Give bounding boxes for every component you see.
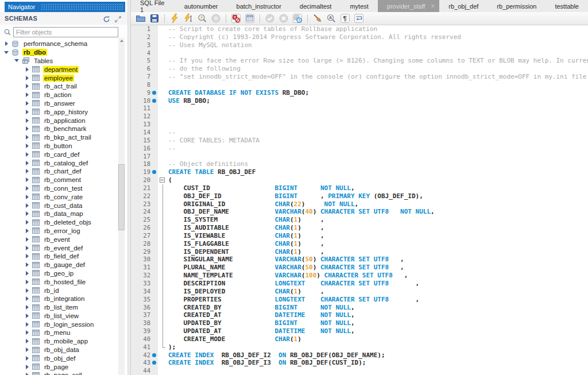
tree-item-rb-integration[interactable]: rb_integration [0, 295, 118, 303]
tree-item-rb-chart-def[interactable]: rb_chart_def [0, 167, 118, 176]
chevron-right-icon[interactable] [24, 322, 30, 327]
tree-item-rb-gauge-def[interactable]: rb_gauge_def [0, 261, 118, 269]
tab-autonumber[interactable]: autonumber [175, 0, 227, 12]
chevron-right-icon[interactable] [24, 211, 30, 216]
chevron-right-icon[interactable] [24, 84, 30, 88]
chevron-right-icon[interactable] [24, 280, 30, 284]
toggle-stop-on-error-button[interactable] [229, 13, 243, 25]
chevron-right-icon[interactable] [24, 169, 30, 173]
chevron-right-icon[interactable] [24, 203, 30, 208]
chevron-right-icon[interactable] [24, 305, 30, 310]
chevron-right-icon[interactable] [24, 271, 30, 276]
chevron-right-icon[interactable] [24, 92, 30, 97]
chevron-right-icon[interactable] [24, 118, 30, 123]
tree-item-rb-page-cell[interactable]: rb_page_cell [0, 371, 118, 375]
tree-item-rb-deleted-objs[interactable]: rb_deleted_objs [0, 218, 118, 227]
toggle-autocommit-button[interactable] [291, 13, 304, 25]
explain-button[interactable] [195, 13, 209, 25]
chevron-right-icon[interactable] [24, 195, 30, 199]
chevron-right-icon[interactable] [24, 330, 30, 335]
tree-item-rb-comment[interactable]: rb_comment [0, 176, 118, 184]
chevron-right-icon[interactable] [24, 339, 30, 343]
chevron-right-icon[interactable] [24, 186, 30, 191]
chevron-right-icon[interactable] [24, 76, 30, 80]
tree-item-rb-conv-rate[interactable]: rb_conv_rate [0, 192, 118, 201]
chevron-right-icon[interactable] [24, 67, 30, 72]
tree-item-rb-conn-test[interactable]: rb_conn_test [0, 184, 118, 193]
find-button[interactable]: A [324, 13, 338, 25]
chevron-right-icon[interactable] [24, 101, 30, 106]
tree-item-tables[interactable]: Tables [0, 57, 118, 65]
tab-batch-instructor[interactable]: batch_instructor [227, 0, 291, 12]
resize-panel-icon[interactable] [114, 15, 122, 22]
tree-scrollbar[interactable] [118, 38, 125, 375]
chevron-right-icon[interactable] [24, 347, 30, 352]
tab-provider-staff[interactable]: provider_staff× [378, 0, 439, 12]
tab-testtable[interactable]: testtable [546, 0, 588, 12]
tree-item-rb-error-log[interactable]: rb_error_log [0, 227, 118, 235]
tree-item-rb-dbo[interactable]: rb_dbo [0, 48, 118, 57]
chevron-right-icon[interactable] [24, 373, 30, 375]
chevron-right-icon[interactable] [24, 296, 30, 301]
beautify-button[interactable] [311, 13, 324, 25]
fold-marker-icon[interactable] [158, 176, 168, 184]
chevron-right-icon[interactable] [24, 144, 30, 148]
chevron-right-icon[interactable] [3, 41, 9, 46]
chevron-right-icon[interactable] [24, 246, 30, 250]
tree-item-rb-obj-def[interactable]: rb_obj_def [0, 354, 118, 362]
limit-rows-button[interactable] [243, 13, 257, 25]
tree-item-rb-mobile-app[interactable]: rb_mobile_app [0, 337, 118, 346]
chevron-right-icon[interactable] [24, 126, 30, 131]
tree-item-rb-event-def[interactable]: rb_event_def [0, 243, 118, 252]
tree-item-rb-login-session[interactable]: rb_login_session [0, 320, 118, 328]
tree-item-rb-list-view[interactable]: rb_list_view [0, 312, 118, 320]
tree-item-employee[interactable]: employee [0, 74, 118, 82]
tree-item-rb-geo-ip[interactable]: rb_geo_ip [0, 269, 118, 278]
tree-item-rb-obj-data[interactable]: rb_obj_data [0, 346, 118, 354]
tree-item-rb-list-item[interactable]: rb_list_item [0, 303, 118, 312]
tree-item-rb-cust-data[interactable]: rb_cust_data [0, 201, 118, 210]
execute-current-button[interactable] [181, 13, 195, 25]
tree-item-department[interactable]: department [0, 65, 118, 74]
tree-item-rb-act-trail[interactable]: rb_act_trail [0, 82, 118, 91]
tree-item-rb-field-def[interactable]: rb_field_def [0, 252, 118, 261]
tree-item-rb-button[interactable]: rb_button [0, 142, 118, 150]
scrollbar-thumb[interactable] [118, 164, 125, 230]
execute-button[interactable] [168, 13, 181, 25]
tab-mytest[interactable]: mytest [341, 0, 377, 12]
chevron-right-icon[interactable] [24, 135, 30, 140]
chevron-right-icon[interactable] [24, 152, 30, 157]
tree-item-rb-catalog-def[interactable]: rb_catalog_def [0, 158, 118, 167]
tab-rb-obj-def[interactable]: rb_obj_def [439, 0, 488, 12]
tree-item-rb-card-def[interactable]: rb_card_def [0, 150, 118, 158]
tree-item-rb-benchmark[interactable]: rb_benchmark [0, 125, 118, 133]
refresh-schemas-icon[interactable] [103, 15, 110, 22]
tree-item-rb-answer[interactable]: rb_answer [0, 99, 118, 108]
tree-item-rb-bkp-act-trail[interactable]: rb_bkp_act_trail [0, 133, 118, 142]
scroll-up-arrow-icon[interactable] [118, 38, 125, 44]
chevron-right-icon[interactable] [24, 161, 30, 165]
tree-item-rb-id[interactable]: rb_id [0, 286, 118, 295]
tab-sql-file-1[interactable]: SQL File 1 [131, 0, 175, 12]
chevron-right-icon[interactable] [24, 220, 30, 225]
tab-rb-permission[interactable]: rb_permission [488, 0, 546, 12]
tree-item-rb-page[interactable]: rb_page [0, 362, 118, 371]
tree-item-rb-menu[interactable]: rb_menu [0, 328, 118, 337]
filter-objects-input[interactable] [13, 27, 118, 37]
tree-item-rb-app-history[interactable]: rb_app_history [0, 107, 118, 116]
tree-item-rb-event[interactable]: rb_event [0, 235, 118, 243]
tree-item-rb-data-map[interactable]: rb_data_map [0, 210, 118, 218]
wrap-text-button[interactable] [352, 13, 366, 25]
chevron-right-icon[interactable] [24, 254, 30, 258]
chevron-right-icon[interactable] [24, 262, 30, 267]
tree-item-rb-action[interactable]: rb_action [0, 91, 118, 99]
chevron-down-icon[interactable] [3, 51, 9, 54]
tree-item-rb-hosted-file[interactable]: rb_hosted_file [0, 277, 118, 286]
chevron-right-icon[interactable] [24, 229, 30, 233]
chevron-down-icon[interactable] [14, 59, 20, 62]
save-button[interactable] [148, 13, 161, 25]
chevron-right-icon[interactable] [24, 237, 30, 242]
chevron-right-icon[interactable] [24, 110, 30, 114]
chevron-right-icon[interactable] [24, 314, 30, 318]
chevron-right-icon[interactable] [24, 177, 30, 182]
